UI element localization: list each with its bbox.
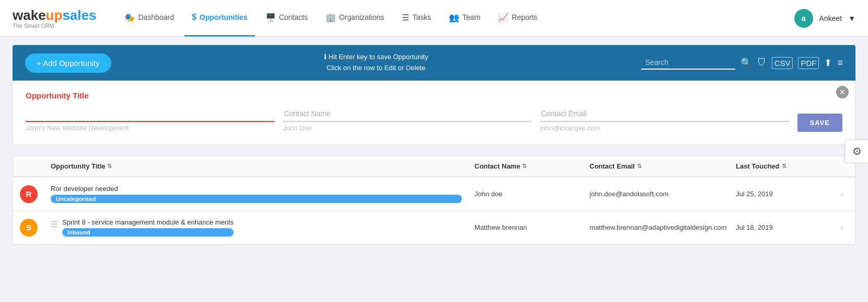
contact-email-field: john@example.com: [540, 106, 789, 132]
main-content: + Add Opportunity ℹHit Enter key to save…: [0, 45, 868, 245]
save-button[interactable]: SAVE: [797, 114, 842, 132]
add-opportunity-form: ✕ Opportunity Title John's New Website D…: [13, 81, 855, 145]
csv-export-icon[interactable]: CSV: [772, 57, 793, 69]
nav-right: a Ankeet ▼: [794, 9, 855, 28]
team-icon: 👥: [449, 13, 459, 23]
th-icon: [13, 162, 44, 170]
user-avatar[interactable]: a: [794, 9, 813, 28]
pdf-export-icon[interactable]: PDF: [798, 57, 819, 69]
row2-chevron: ›: [834, 223, 855, 232]
nav-label-tasks: Tasks: [412, 13, 431, 21]
nav-label-contacts: Contacts: [279, 13, 308, 21]
toolbar-bar: + Add Opportunity ℹHit Enter key to save…: [13, 45, 855, 81]
row1-last-touched: Jul 25, 2019: [730, 190, 834, 198]
row2-title-cell: ☰ Sprint 8 - service management module &…: [44, 218, 468, 237]
nav-label-organizations: Organizations: [339, 13, 384, 21]
nav-label-opportunities: Opportunities: [200, 13, 248, 21]
reports-icon: 📈: [498, 13, 508, 23]
contact-email-input[interactable]: [540, 106, 789, 122]
th-opportunity-title[interactable]: Opportunity Title ⇅: [44, 162, 468, 170]
sort-email-icon: ⇅: [637, 163, 642, 170]
contact-name-input[interactable]: [283, 106, 531, 122]
toolbar-info: ℹHit Enter key to save Opportunity Click…: [111, 52, 641, 74]
row1-avatar-cell: R: [13, 185, 44, 203]
opportunity-title-field: John's New Website Development: [26, 106, 274, 132]
row2-contact-name: Matthew brennan: [468, 223, 583, 231]
dashboard-icon: 🎭: [124, 13, 135, 23]
sort-touched-icon: ⇅: [782, 163, 786, 170]
contact-email-hint: john@example.com: [540, 124, 789, 132]
nav-link-tasks[interactable]: ☰ Tasks: [395, 0, 438, 37]
opp-title-hint: John's New Website Development: [26, 124, 274, 132]
logo-tagline: The Smart CRM: [13, 23, 96, 29]
row1-title-cell: Ror developer needed Uncategorised: [44, 185, 468, 203]
organizations-icon: 🏢: [326, 13, 336, 23]
opportunities-table: Opportunity Title ⇅ Contact Name ⇅ Conta…: [13, 155, 855, 245]
row2-chevron-icon: ›: [840, 223, 843, 232]
add-opportunity-button[interactable]: + Add Opportunity: [25, 53, 111, 73]
table-row[interactable]: S ☰ Sprint 8 - service management module…: [13, 211, 855, 244]
logo-sales: sales: [62, 7, 96, 23]
nav-link-reports[interactable]: 📈 Reports: [491, 0, 545, 37]
opportunity-title-input[interactable]: [26, 106, 274, 122]
nav-link-contacts[interactable]: 🖥️ Contacts: [258, 0, 315, 37]
opportunities-icon: $: [192, 13, 196, 22]
row2-last-touched: Jul 18, 2019: [730, 223, 834, 231]
logo-up: up: [46, 7, 63, 23]
contact-name-hint: John Doe: [283, 124, 531, 132]
contacts-icon: 🖥️: [265, 13, 276, 23]
contact-name-field: John Doe: [283, 106, 531, 132]
upload-icon[interactable]: ⬆: [824, 57, 832, 69]
table-header: Opportunity Title ⇅ Contact Name ⇅ Conta…: [13, 156, 855, 177]
row1-avatar: R: [20, 185, 38, 203]
th-last-touched[interactable]: Last Touched ⇅: [730, 162, 834, 170]
close-form-button[interactable]: ✕: [836, 86, 849, 98]
row2-contact-email: matthew.brennan@adaptivedigitaldesign.co…: [583, 223, 730, 231]
gear-icon: ⚙: [852, 145, 862, 158]
user-dropdown-icon[interactable]: ▼: [848, 14, 855, 23]
th-contact-email[interactable]: Contact Email ⇅: [583, 162, 730, 170]
filter-icon[interactable]: ⛉: [757, 58, 767, 69]
row1-title: Ror developer needed: [51, 185, 462, 193]
navbar: wakeupsales The Smart CRM 🎭 Dashboard $ …: [0, 0, 868, 37]
menu-icon[interactable]: ≡: [837, 58, 843, 69]
gear-settings-button[interactable]: ⚙: [845, 140, 868, 163]
nav-label-dashboard: Dashboard: [138, 13, 174, 21]
toolbar-icons: 🔍 ⛉ CSV PDF ⬆ ≡: [740, 57, 843, 69]
th-action: [834, 162, 855, 170]
row1-chevron: ›: [834, 189, 855, 199]
list-icon: ☰: [51, 219, 58, 229]
row2-avatar: S: [20, 219, 38, 237]
nav-links: 🎭 Dashboard $ Opportunities 🖥️ Contacts …: [117, 0, 794, 37]
search-icon[interactable]: 🔍: [740, 57, 752, 69]
form-row: John's New Website Development John Doe …: [26, 106, 842, 132]
row1-contact-email: john.doe@andolasoft.com: [583, 190, 730, 198]
sort-contact-icon: ⇅: [522, 163, 527, 170]
toolbar-info-line1: ℹHit Enter key to save Opportunity: [111, 52, 641, 63]
nav-link-dashboard[interactable]: 🎭 Dashboard: [117, 0, 181, 37]
user-name[interactable]: Ankeet: [819, 14, 842, 23]
nav-label-reports: Reports: [512, 13, 537, 21]
logo-wake: wake: [13, 7, 46, 23]
logo: wakeupsales The Smart CRM: [13, 7, 96, 29]
table-row[interactable]: R Ror developer needed Uncategorised Joh…: [13, 177, 855, 211]
tasks-icon: ☰: [402, 13, 409, 23]
row1-contact-name: John doe: [468, 190, 583, 198]
th-contact-name[interactable]: Contact Name ⇅: [468, 162, 583, 170]
nav-link-team[interactable]: 👥 Team: [442, 0, 488, 37]
search-area: 🔍 ⛉ CSV PDF ⬆ ≡: [641, 56, 843, 70]
nav-label-team: Team: [462, 13, 480, 21]
form-title: Opportunity Title: [26, 91, 842, 100]
sort-title-icon: ⇅: [107, 163, 112, 170]
row1-chevron-icon: ›: [840, 189, 843, 198]
search-input[interactable]: [641, 56, 735, 70]
row2-avatar-cell: S: [13, 219, 44, 237]
toolbar-info-line2: Click on the row to Edit or Delete: [111, 63, 641, 74]
nav-link-opportunities[interactable]: $ Opportunities: [184, 0, 255, 37]
nav-link-organizations[interactable]: 🏢 Organizations: [318, 0, 391, 37]
info-icon: ℹ: [324, 53, 327, 61]
row1-tag: Uncategorised: [51, 195, 462, 203]
row2-tag: Inbound: [62, 228, 234, 237]
row2-title: Sprint 8 - service management module & e…: [62, 218, 234, 226]
